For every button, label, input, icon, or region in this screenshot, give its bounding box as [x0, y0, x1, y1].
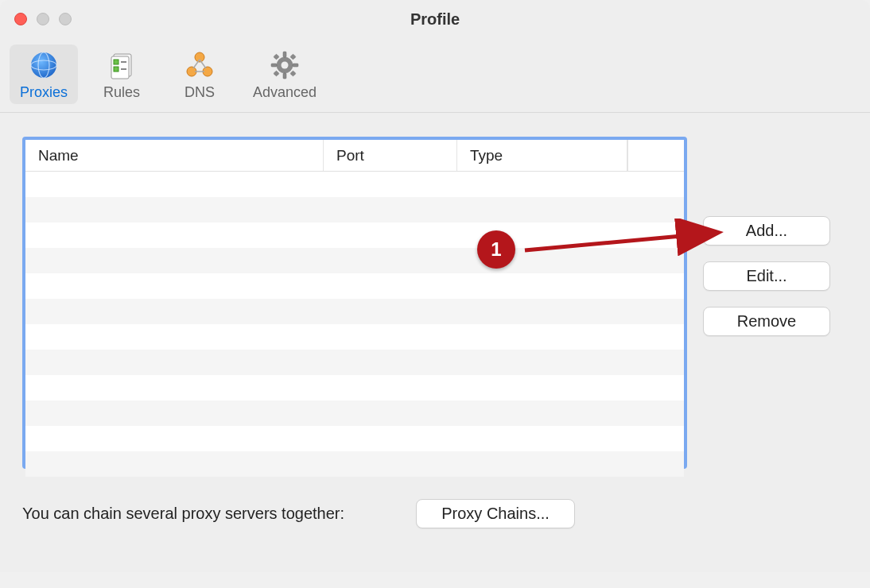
svg-rect-21 — [290, 54, 296, 60]
close-window-button[interactable] — [14, 13, 27, 25]
svg-rect-17 — [283, 73, 286, 79]
tab-proxies[interactable]: Proxies — [10, 44, 78, 104]
svg-rect-5 — [114, 60, 118, 64]
tab-label: Advanced — [253, 84, 317, 101]
chain-row: You can chain several proxy servers toge… — [22, 499, 848, 528]
annotation-step-1: 1 — [477, 230, 515, 269]
table-row[interactable] — [25, 172, 684, 197]
svg-rect-19 — [293, 64, 298, 67]
svg-point-24 — [282, 62, 289, 69]
tab-label: Rules — [103, 84, 140, 101]
chain-description: You can chain several proxy servers toge… — [22, 505, 344, 523]
svg-rect-22 — [274, 71, 279, 76]
svg-point-0 — [31, 52, 56, 78]
tab-label: DNS — [184, 84, 215, 101]
proxy-chains-button[interactable]: Proxy Chains... — [416, 499, 575, 528]
svg-rect-7 — [114, 67, 118, 72]
svg-rect-23 — [290, 71, 296, 76]
table-body[interactable] — [25, 172, 684, 466]
column-header-spacer — [627, 140, 684, 171]
svg-line-26 — [525, 233, 716, 250]
table-row[interactable] — [25, 375, 684, 400]
tab-label: Proxies — [20, 84, 68, 101]
table-header: Name Port Type — [25, 140, 684, 172]
table-row[interactable] — [25, 426, 684, 451]
window: Profile Proxies — [0, 0, 870, 572]
tab-dns[interactable]: DNS — [165, 44, 234, 104]
tab-rules[interactable]: Rules — [87, 44, 156, 104]
toolbar: Proxies Rules — [0, 38, 870, 113]
table-row[interactable] — [25, 400, 684, 426]
svg-rect-16 — [283, 52, 286, 57]
remove-button[interactable]: Remove — [703, 307, 830, 336]
tab-advanced[interactable]: Advanced — [243, 44, 326, 104]
zoom-window-button[interactable] — [59, 13, 72, 25]
window-title: Profile — [0, 10, 870, 29]
table-row[interactable] — [25, 451, 684, 477]
table-row[interactable] — [25, 324, 684, 350]
network-globe-icon — [26, 49, 61, 81]
column-header-name[interactable]: Name — [25, 140, 324, 171]
minimize-window-button[interactable] — [37, 13, 49, 25]
checklist-icon — [104, 49, 139, 81]
content-area: Name Port Type — [0, 113, 870, 544]
svg-rect-20 — [274, 54, 279, 60]
titlebar: Profile — [0, 0, 870, 38]
column-header-port[interactable]: Port — [324, 140, 457, 171]
table-row[interactable] — [25, 299, 684, 324]
table-row[interactable] — [25, 350, 684, 375]
traffic-lights — [0, 13, 72, 25]
table-row[interactable] — [25, 273, 684, 299]
gear-icon — [267, 49, 302, 81]
svg-rect-18 — [271, 64, 277, 67]
annotation-arrow-icon — [517, 219, 732, 266]
column-header-type[interactable]: Type — [457, 140, 627, 171]
dns-nodes-icon — [182, 49, 217, 81]
proxy-table[interactable]: Name Port Type — [22, 137, 687, 469]
